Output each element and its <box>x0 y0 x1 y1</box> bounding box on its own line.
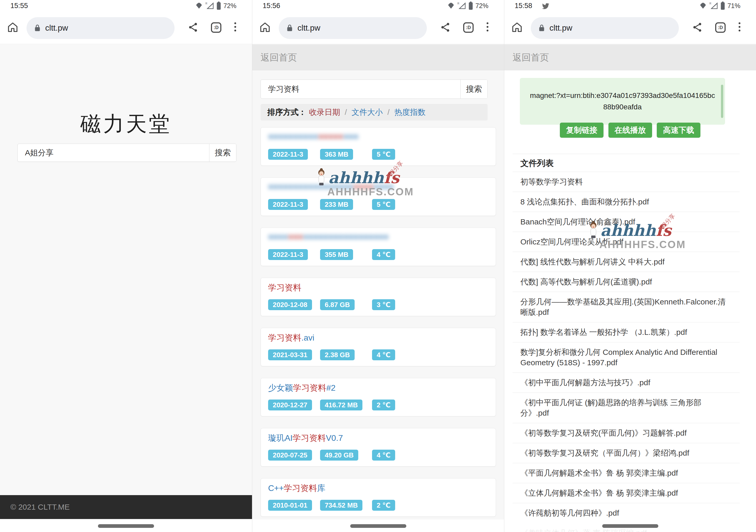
file-list-item[interactable]: Orlicz空间几何理论吴从忻.pdf <box>513 232 740 252</box>
size-badge: 416.72 MB <box>320 400 363 411</box>
lock-icon <box>286 24 293 32</box>
home-search-input[interactable] <box>18 144 209 162</box>
file-list-item[interactable]: 分形几何——数学基础及其应用].(英国)Kenneth.Falconer.清晰版… <box>513 292 740 322</box>
result-card[interactable]: 璇玑AI学习资料V0.7 2020-07-25 49.20 GB 4 ℃ <box>260 428 496 466</box>
tab-switcher-icon[interactable]: :D <box>211 22 221 33</box>
file-list-item[interactable]: 《初中平面几何证 (解)题思路的培养与训练 三角形部分》.pdf <box>513 393 740 423</box>
size-badge: 363 MB <box>320 149 353 160</box>
size-badge: 734.52 MB <box>320 500 363 511</box>
result-card[interactable]: C++学习资料库 2010-01-01 734.52 MB 2 ℃ <box>260 478 496 517</box>
back-home-link[interactable]: 返回首页 <box>513 52 549 62</box>
date-badge: 2020-07-25 <box>268 450 312 461</box>
browser-menu-icon[interactable] <box>234 22 236 33</box>
file-list-item[interactable]: 《许莼舫初等几何四种》.pdf <box>513 503 740 523</box>
browser-toolbar: cltt.pw :D <box>504 12 756 44</box>
tab-switcher-icon[interactable]: :D <box>715 22 726 33</box>
share-icon[interactable] <box>692 22 703 33</box>
file-list-item[interactable]: 《初等数学复习及研究(平面几何)》习题解答.pdf <box>513 423 740 443</box>
result-title: ■■■■■■■■■■■■■■■■■■■■■■■■ <box>268 232 389 242</box>
date-badge: 2020-12-27 <box>268 400 312 411</box>
twitter-icon <box>541 2 550 10</box>
text-segment: 学习资料 <box>268 283 301 292</box>
share-icon[interactable] <box>188 22 199 33</box>
cellular-signal-icon: R <box>709 2 718 10</box>
heat-badge: 4 ℃ <box>372 349 395 360</box>
result-card[interactable]: ■■■■■■■■■■■■■■■■■■■■■■■■■ 2022-11-3 233 … <box>260 177 496 216</box>
result-card[interactable]: ■■■■■■■■■■■■■■■■■■■■■■■■ 2022-11-3 355 M… <box>260 227 496 266</box>
file-list-item[interactable]: 初等数学学习资料 <box>513 172 740 192</box>
clock-text: 15:58 <box>515 2 532 10</box>
file-list-item[interactable]: 8 浅论点集拓扑、曲面和微分拓扑.pdf <box>513 192 740 212</box>
fast-download-button[interactable]: 高速下载 <box>657 122 700 138</box>
heat-badge: 4 ℃ <box>372 450 395 461</box>
result-card[interactable]: 少女颖学习资料#2 2020-12-27 416.72 MB 2 ℃ <box>260 378 496 416</box>
result-card[interactable]: 学习资料.avi 2021-03-31 2.38 GB 4 ℃ <box>260 328 496 366</box>
back-home-link[interactable]: 返回首页 <box>260 52 297 62</box>
file-list-item[interactable]: 代数] 线性代数与解析几何讲义 中科大.pdf <box>513 252 740 272</box>
text-segment: C++ <box>268 483 284 493</box>
file-list-item[interactable]: 《初中平面几何解题方法与技巧》.pdf <box>513 373 740 393</box>
online-play-button[interactable]: 在线播放 <box>608 122 652 138</box>
text-segment: 学习资料 <box>268 333 301 342</box>
sort-label: 排序方式： <box>267 108 306 117</box>
share-icon[interactable] <box>440 22 451 33</box>
date-badge: 2020-12-08 <box>268 299 312 310</box>
file-list-item[interactable]: 《初等数学复习及研究（平面几何）》梁绍鸿.pdf <box>513 443 740 463</box>
result-title: 少女颖学习资料#2 <box>268 383 336 394</box>
text-segment: ■■■■■■■■■■ <box>268 132 318 141</box>
copy-link-button[interactable]: 复制链接 <box>560 122 604 138</box>
result-card[interactable]: ■■■■■■■■■■■■■■■■■■ 2022-11-3 363 MB 5 ℃ <box>260 127 496 166</box>
result-title: 璇玑AI学习资料V0.7 <box>268 433 343 444</box>
url-bar[interactable]: cltt.pw <box>279 17 427 39</box>
sort-option[interactable]: 热度指数 <box>394 108 425 117</box>
file-list-item[interactable]: 数学]复分析和微分几何 Complex Analytic And Differe… <box>513 342 740 373</box>
url-bar[interactable]: cltt.pw <box>26 17 175 39</box>
magnet-link-text: magnet:?xt=urn:btih:e3074a01c97393ad30e5… <box>529 90 716 113</box>
gesture-pill[interactable] <box>350 524 406 528</box>
copyright-text: © 2021 CLTT.ME <box>11 495 252 519</box>
sort-option[interactable]: 收录日期 <box>309 108 340 117</box>
gesture-pill[interactable] <box>98 524 154 528</box>
svg-text:R: R <box>457 2 459 5</box>
size-badge: 355 MB <box>320 249 353 260</box>
file-list-item[interactable]: 《平面几何解题术全书》鲁 杨 郭奕津主编.pdf <box>513 463 740 483</box>
results-search-button[interactable]: 搜索 <box>460 80 487 98</box>
results-search-input[interactable] <box>261 80 460 98</box>
tab-switcher-icon[interactable]: :D <box>463 22 473 33</box>
home-footer: © 2021 CLTT.ME <box>0 495 252 519</box>
lock-icon <box>538 24 545 32</box>
file-list-item[interactable]: 《立体几何解题术全书》鲁 杨 郭奕津主编.pdf <box>513 483 740 503</box>
browser-menu-icon[interactable] <box>739 22 741 33</box>
file-list-item[interactable]: 拓扑] 数学名着译丛 一般拓扑学 （J.L.凯莱）.pdf <box>513 322 740 342</box>
gesture-pill[interactable] <box>602 524 658 528</box>
result-card[interactable]: 学习资料 2020-12-08 6.87 GB 3 ℃ <box>260 278 496 316</box>
result-title: ■■■■■■■■■■■■■■■■■■■■■■■■■ <box>268 182 393 192</box>
file-list-item[interactable]: Banach空间几何理论(俞鑫泰).pdf <box>513 212 740 232</box>
sort-options: 收录日期/文件大小/热度指数 <box>306 108 425 117</box>
text-segment: 学习资料 <box>293 383 326 392</box>
magnet-link-box[interactable]: magnet:?xt=urn:btih:e3074a01c97393ad30e5… <box>520 78 725 125</box>
result-card-list: ■■■■■■■■■■■■■■■■■■ 2022-11-3 363 MB 5 ℃ … <box>260 127 496 528</box>
browser-toolbar: cltt.pw :D <box>252 12 504 44</box>
site-title: 磁力天堂 <box>0 110 252 138</box>
file-list-item[interactable]: 代数] 高等代数与解析几何(孟道骥).pdf <box>513 272 740 292</box>
home-icon[interactable] <box>7 21 19 33</box>
home-icon[interactable] <box>259 21 271 33</box>
home-search-button[interactable]: 搜索 <box>209 144 236 162</box>
sort-option[interactable]: 文件大小 <box>352 108 383 117</box>
date-badge: 2022-11-3 <box>268 149 308 160</box>
result-title: C++学习资料库 <box>268 483 325 494</box>
heat-badge: 5 ℃ <box>372 199 395 210</box>
url-text: cltt.pw <box>297 23 320 33</box>
file-list-title: 文件列表 <box>513 154 740 172</box>
status-bar: 15:55 R 72% <box>0 0 252 12</box>
size-badge: 2.38 GB <box>320 349 355 360</box>
text-segment: #2 <box>326 383 336 392</box>
battery-icon <box>216 2 221 10</box>
status-bar: 15:56 R 72% <box>252 0 504 12</box>
home-icon[interactable] <box>511 21 523 33</box>
browser-menu-icon[interactable] <box>487 22 489 33</box>
text-segment: V0.7 <box>326 433 343 443</box>
text-segment: ■■■■ <box>374 182 393 191</box>
url-bar[interactable]: cltt.pw <box>531 17 679 39</box>
